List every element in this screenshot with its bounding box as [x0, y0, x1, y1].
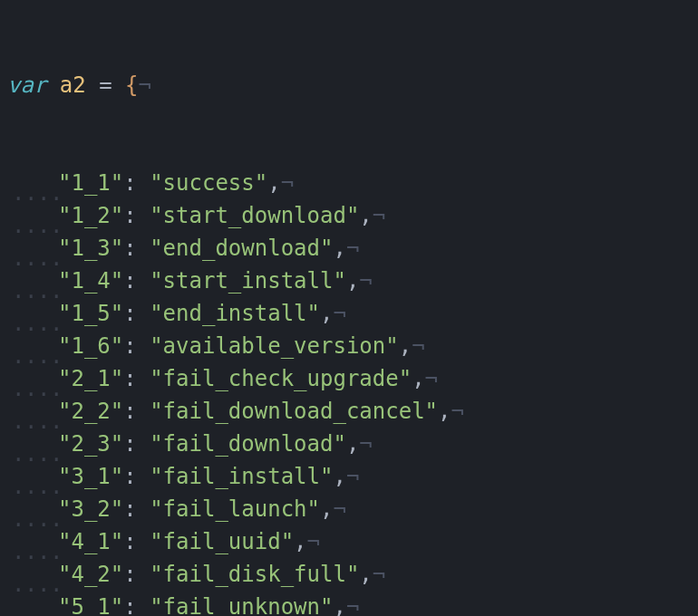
code-line: "4_2": "fail_disk_full",¬ — [0, 558, 698, 591]
comma-token: , — [346, 268, 359, 294]
string-key-token: "1_1" — [58, 170, 123, 196]
code-line: "2_3": "fail_download",¬ — [0, 428, 698, 460]
comma-token: , — [359, 562, 372, 587]
eol-char-token: ¬ — [346, 236, 359, 261]
comma-token: , — [346, 431, 359, 457]
eol-char-token: ¬ — [373, 562, 385, 587]
string-key-token: "1_5" — [58, 301, 123, 326]
eol-char-token: ¬ — [373, 203, 385, 228]
eol-char-token: ¬ — [425, 366, 438, 391]
string-key-token: "1_6" — [58, 333, 123, 359]
code-line: "1_6": "available_version",¬ — [0, 330, 698, 362]
string-value-token: "fail_disk_full" — [150, 562, 359, 587]
colon-token: : — [123, 496, 136, 522]
comma-token: , — [438, 399, 451, 424]
open-brace-token: { — [125, 72, 138, 98]
comma-token: , — [359, 203, 372, 228]
string-value-token: "start_install" — [150, 268, 346, 294]
eol-char-token: ¬ — [346, 464, 359, 489]
string-key-token: "4_2" — [58, 562, 123, 587]
eol-char-token: ¬ — [333, 496, 345, 522]
eol-char-token: ¬ — [359, 268, 372, 294]
code-line: "2_1": "fail_check_upgrade",¬ — [0, 362, 698, 395]
colon-token: : — [123, 399, 136, 424]
string-key-token: "3_1" — [58, 464, 123, 489]
string-key-token: "2_3" — [58, 431, 123, 457]
comma-token: , — [267, 170, 280, 196]
code-line: "3_1": "fail_install",¬ — [0, 460, 698, 493]
colon-token: : — [123, 268, 136, 294]
string-value-token: "available_version" — [150, 333, 399, 359]
string-value-token: "fail_uuid" — [150, 529, 294, 554]
string-key-token: "1_3" — [58, 236, 123, 261]
string-value-token: "fail_unknown" — [150, 594, 333, 616]
code-line: "1_4": "start_install",¬ — [0, 265, 698, 297]
string-value-token: "fail_install" — [150, 464, 333, 489]
comma-token: , — [333, 594, 345, 616]
code-line: "2_2": "fail_download_cancel",¬ — [0, 395, 698, 428]
eol-char-token: ¬ — [412, 333, 424, 359]
string-value-token: "fail_check_upgrade" — [150, 366, 412, 391]
comma-token: , — [333, 464, 345, 489]
eol-char-token: ¬ — [281, 170, 294, 196]
colon-token: : — [123, 203, 136, 228]
eol-char-token: ¬ — [346, 594, 359, 616]
comma-token: , — [412, 366, 424, 391]
code-line: "1_1": "success",¬ — [0, 167, 698, 199]
eol-char-token: ¬ — [359, 431, 372, 457]
colon-token: : — [123, 529, 136, 554]
identifier-token: a2 — [60, 72, 86, 98]
code-line: "4_1": "fail_uuid",¬ — [0, 525, 698, 558]
string-value-token: "start_download" — [150, 203, 359, 228]
colon-token: : — [123, 594, 136, 616]
string-value-token: "end_install" — [150, 301, 320, 326]
colon-token: : — [123, 236, 136, 261]
string-key-token: "3_2" — [58, 496, 123, 522]
colon-token: : — [123, 366, 136, 391]
code-editor[interactable]: var a2 = {¬ "1_1": "success",¬"1_2": "st… — [0, 4, 698, 616]
code-line: "1_2": "start_download",¬ — [0, 199, 698, 232]
string-key-token: "1_4" — [58, 268, 123, 294]
operator-token: = — [99, 72, 111, 98]
eol-char-token: ¬ — [333, 301, 345, 326]
comma-token: , — [333, 236, 345, 261]
colon-token: : — [123, 301, 136, 326]
string-key-token: "1_2" — [58, 203, 123, 228]
code-line: "1_3": "end_download",¬ — [0, 232, 698, 265]
string-value-token: "success" — [150, 170, 267, 196]
string-value-token: "fail_download" — [150, 431, 346, 457]
keyword-token: var — [7, 72, 46, 98]
string-value-token: "fail_launch" — [150, 496, 320, 522]
string-key-token: "2_2" — [58, 399, 123, 424]
string-value-token: "fail_download_cancel" — [150, 399, 438, 424]
code-line: var a2 = {¬ — [0, 69, 698, 101]
code-line: "1_5": "end_install",¬ — [0, 297, 698, 330]
comma-token: , — [320, 496, 333, 522]
string-key-token: "2_1" — [58, 366, 123, 391]
colon-token: : — [123, 431, 136, 457]
comma-token: , — [294, 529, 306, 554]
eol-char-token: ¬ — [307, 529, 320, 554]
comma-token: , — [320, 301, 333, 326]
code-line: "3_2": "fail_launch",¬ — [0, 493, 698, 525]
code-line: "5_1": "fail_unknown",¬ — [0, 591, 698, 616]
string-key-token: "5_1" — [58, 594, 123, 616]
eol-char-token: ¬ — [451, 399, 464, 424]
string-value-token: "end_download" — [150, 236, 333, 261]
colon-token: : — [123, 170, 136, 196]
eol-char-token: ¬ — [139, 72, 151, 98]
string-key-token: "4_1" — [58, 529, 123, 554]
colon-token: : — [123, 333, 136, 359]
comma-token: , — [399, 333, 412, 359]
colon-token: : — [123, 562, 136, 587]
colon-token: : — [123, 464, 136, 489]
